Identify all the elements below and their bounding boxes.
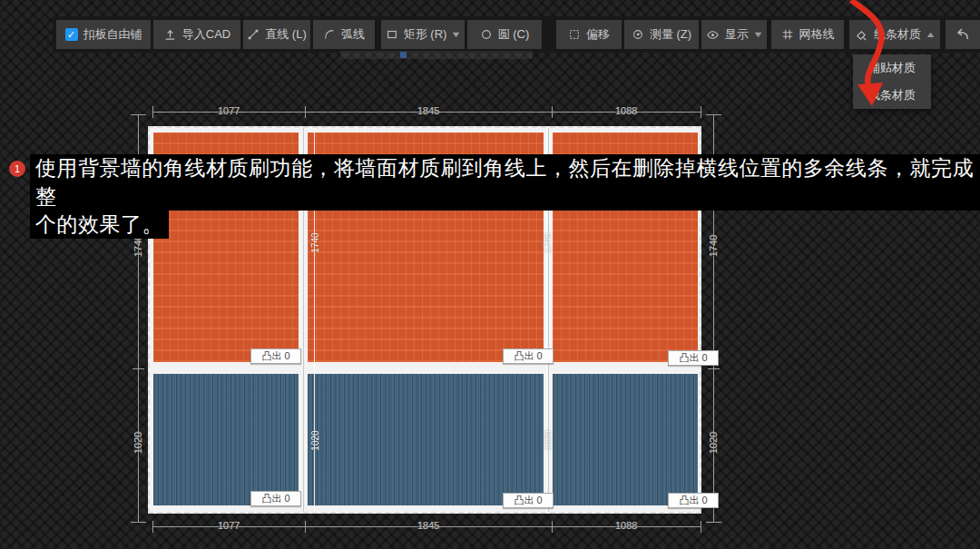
dim-label: 1077 [209,520,249,531]
rectangle-icon [386,28,398,41]
line-material-label: 线条材质 [874,26,921,43]
dim-label: 1845 [408,105,448,116]
dim-label: 1845 [408,520,448,531]
wall-panel-blue-2[interactable] [308,374,544,505]
circle-icon [480,28,493,41]
line-icon [247,28,260,41]
material-dropdown-menu: 铺贴材质 线条材质 [853,54,931,109]
chevron-down-icon[interactable]: ▼ [752,30,763,39]
dim-label: 1020 [132,423,143,463]
protrude-label[interactable]: 凸出 0 [503,493,554,508]
measure-icon [632,28,644,41]
import-cad-button[interactable]: 导入CAD [153,20,240,49]
watermark [340,51,533,59]
offset-marquee-icon [568,28,581,41]
checkbox-label: 扣板自由铺 [83,26,142,43]
dim-label: 1088 [606,105,646,116]
dim-tick [305,521,306,533]
dim-label: 1020 [543,423,553,459]
offset-button[interactable]: 偏移 [556,20,622,49]
menu-item-line-material[interactable]: 线条材质 [853,82,931,109]
wall-panel-blue-1[interactable] [153,374,299,505]
measure-label: 测量 (Z) [650,26,691,43]
dim-cap [131,114,146,115]
eye-icon [706,28,720,42]
grid-icon [781,28,794,41]
circle-tool-button[interactable]: 圆 (C) [467,20,542,49]
chevron-down-icon[interactable]: ▼ [451,30,462,39]
arc-tool-button[interactable]: 弧线 [313,20,375,49]
line-label: 直线 (L) [265,26,307,43]
material-brush-icon [855,28,868,42]
dim-label: 1020 [310,423,320,459]
undo-button[interactable] [946,20,980,49]
dim-tick [701,521,701,533]
measure-button[interactable]: 测量 (Z) [624,20,699,49]
rect-tool-button[interactable]: 矩形 (R) ▼ [381,20,465,49]
protrude-label[interactable]: 凸出 0 [503,348,554,364]
import-cad-label: 导入CAD [182,26,230,43]
dim-tick [552,106,553,118]
gridline-button[interactable]: 网格线 [771,20,844,49]
watermark-dot [400,52,407,58]
annotation-line-2: 个的效果了。 [30,211,169,239]
step-badge: 1 [9,161,25,177]
dim-tick [552,521,553,533]
protrude-label[interactable]: 凸出 0 [250,348,301,364]
arc-label: 弧线 [341,26,365,43]
offset-label: 偏移 [586,26,610,43]
display-button[interactable]: 显示 ▼ [701,20,767,49]
free-panel-checkbox-button[interactable]: ✓ 扣板自由铺 [56,20,151,49]
protrude-label[interactable]: 凸出 0 [668,350,719,366]
annotation-line-1: 使用背景墙的角线材质刷功能，将墙面材质刷到角线上，然后在删除掉横线位置的多余线条… [30,154,980,211]
dim-tick [305,106,306,118]
protrude-label[interactable]: 凸出 0 [668,493,719,508]
dim-tick [152,521,153,533]
undo-icon [955,27,971,42]
dim-tick [701,106,701,118]
menu-item-paste-material[interactable]: 铺贴材质 [853,54,931,82]
display-label: 显示 [725,26,749,43]
wall-panel-blue-3[interactable] [553,374,698,505]
dim-tick [708,368,720,369]
dim-label: 1088 [606,520,646,531]
gridline-label: 网格线 [799,26,835,43]
line-material-button[interactable]: 线条材质 ▲ [849,20,940,49]
rect-label: 矩形 (R) [404,26,447,43]
dim-cap [706,114,721,115]
arc-icon [323,28,336,41]
dim-tick [132,368,144,369]
annotation-text: 使用背景墙的角线材质刷功能，将墙面材质刷到角线上，然后在删除掉横线位置的多余线条… [30,154,980,239]
checkbox-checked-icon[interactable]: ✓ [65,28,78,41]
dim-label: 1077 [209,105,249,116]
dim-cap [706,522,721,523]
line-tool-button[interactable]: 直线 (L) [243,20,310,49]
dim-tick [152,106,153,118]
protrude-label[interactable]: 凸出 0 [250,491,301,506]
chevron-up-icon[interactable]: ▲ [925,30,936,39]
upload-icon [163,28,177,42]
dim-cap [131,522,146,523]
dim-label: 1020 [708,423,719,463]
circle-label: 圆 (C) [498,26,530,43]
